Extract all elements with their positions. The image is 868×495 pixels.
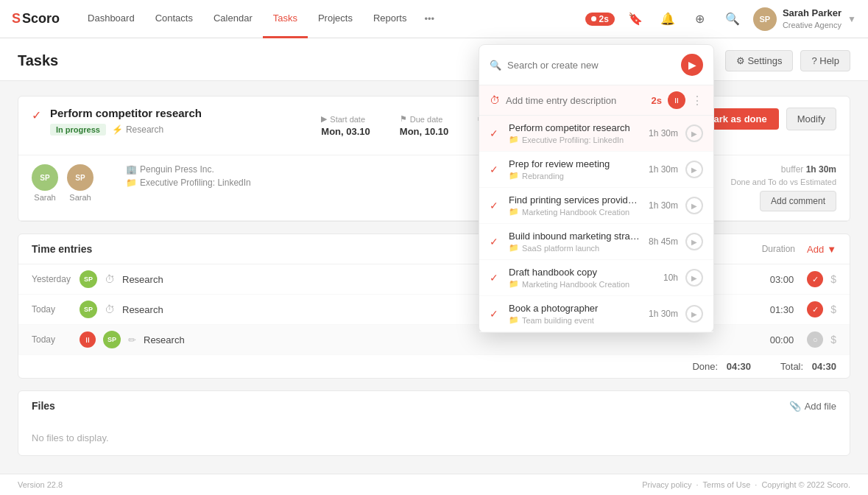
task-assignees: SP Sarah SP Sarah — [32, 164, 93, 202]
metadata-text: Created: 14.09.2022 14:14 SP | Modified:… — [18, 468, 850, 474]
check-icon: ✓ — [490, 127, 501, 139]
dropdown-play-button[interactable]: ▶ — [685, 124, 703, 142]
dropdown-play-button[interactable]: ▶ — [685, 233, 703, 250]
time-entry-duration: 00:00 — [770, 334, 794, 345]
nav-calendar[interactable]: Calendar — [203, 0, 263, 38]
copyright-text: Copyright © 2022 Scoro. — [761, 480, 850, 489]
start-date-block: ▶ Start date Mon, 03.10 — [321, 107, 370, 144]
footer-version: Version 22.8 — [18, 480, 63, 489]
nav-tasks[interactable]: Tasks — [263, 0, 308, 38]
terms-link[interactable]: Terms of Use — [703, 480, 751, 489]
dropdown-item-sub: 📁 Executive Profiling: LinkedIn — [509, 135, 641, 144]
buffer-sublabel: Done and To do vs Estimated — [731, 178, 837, 186]
dropdown-item-sub: 📁 SaaS platform launch — [509, 243, 641, 253]
duration-label: Duration — [762, 244, 795, 254]
task-check-icon[interactable]: ✓ — [32, 108, 41, 122]
nav-projects[interactable]: Projects — [308, 0, 363, 38]
timer-pause-button[interactable]: ⏸ — [668, 91, 685, 109]
avatar: SP — [753, 7, 777, 31]
time-entry-done-button[interactable]: ✓ — [807, 271, 823, 287]
dropdown-item-sub: 📁 Team building event — [509, 315, 641, 325]
nav-dashboard[interactable]: Dashboard — [77, 0, 145, 38]
dropdown-item[interactable]: ✓ Build inbound marketing strategy 📁 Saa… — [479, 224, 713, 260]
bell-icon[interactable]: 🔔 — [656, 7, 680, 31]
time-entries-section: Time entries Duration Add ▼ Yesterday SP… — [18, 234, 850, 379]
modify-button[interactable]: Modify — [786, 108, 836, 130]
dropdown-item[interactable]: ✓ Draft handbook copy 📁 Marketing Handbo… — [479, 260, 713, 296]
dropdown-item-duration: 8h 45m — [649, 236, 678, 247]
dropdown-item[interactable]: ✓ Book a photographer 📁 Team building ev… — [479, 296, 713, 332]
dropdown-item-duration: 1h 30m — [649, 200, 678, 211]
search-input[interactable] — [507, 60, 675, 71]
task-badges: In progress ⚡ Research — [50, 124, 299, 136]
time-entry-done-button[interactable]: ✓ — [807, 301, 823, 317]
check-icon: ✓ — [490, 164, 501, 175]
project-label: 📁 Executive Profiling: LinkedIn — [126, 178, 251, 188]
page: Tasks ⚙ Settings ? Help ✓ Perform compet… — [0, 38, 868, 495]
check-icon: ✓ — [490, 200, 501, 211]
files-section: Files 📎 Add file No files to display. — [18, 390, 850, 456]
dollar-icon[interactable]: $ — [830, 273, 836, 285]
time-entry-duration: 03:00 — [770, 274, 794, 285]
dollar-icon[interactable]: $ — [830, 303, 836, 315]
time-entry-day: Today — [32, 334, 72, 345]
flag-icon: ⚑ — [400, 114, 407, 124]
nav-more[interactable]: ••• — [417, 0, 442, 38]
timer-dot — [591, 16, 596, 21]
dropdown-search-bar: 🔍 ▶ — [479, 45, 713, 85]
dropdown-item-sub: 📁 Rebranding — [509, 171, 641, 180]
app-logo[interactable]: SScoro — [12, 11, 60, 27]
nav-reports[interactable]: Reports — [363, 0, 417, 38]
header-actions: ⚙ Settings ? Help — [725, 50, 850, 80]
dropdown-item-content: Build inbound marketing strategy 📁 SaaS … — [509, 231, 641, 253]
user-company: Creative Agency — [783, 20, 841, 30]
assignee-sarah-1: SP Sarah — [32, 164, 58, 202]
time-entry-pause-button[interactable]: ⏸ — [80, 331, 96, 348]
no-files-label: No files to display. — [18, 421, 850, 455]
footer-links: Privacy policy · Terms of Use · Copyrigh… — [642, 480, 850, 489]
user-area[interactable]: SP Sarah Parker Creative Agency ▼ — [753, 7, 856, 31]
search-submit-button[interactable]: ▶ — [681, 54, 703, 76]
dropdown-play-button[interactable]: ▶ — [685, 269, 703, 287]
dropdown-item-duration: 10h — [663, 273, 678, 283]
page-footer: Version 22.8 Privacy policy · Terms of U… — [0, 474, 868, 495]
dollar-icon[interactable]: $ — [830, 334, 836, 345]
dropdown-play-button[interactable]: ▶ — [685, 305, 703, 323]
dropdown-item-content: Draft handbook copy 📁 Marketing Handbook… — [509, 267, 656, 289]
search-icon: 🔍 — [490, 60, 501, 71]
nav-contacts[interactable]: Contacts — [145, 0, 203, 38]
help-button[interactable]: ? Help — [800, 50, 850, 71]
time-entry-avatar: SP — [103, 331, 121, 348]
plus-icon[interactable]: ⊕ — [688, 7, 712, 31]
search-dropdown: 🔍 ▶ ⏱ 2s ⏸ ⋮ ✓ Perform competitor resear… — [479, 44, 714, 333]
dropdown-play-button[interactable]: ▶ — [685, 161, 703, 178]
settings-button[interactable]: ⚙ Settings — [725, 50, 794, 71]
timer-more-button[interactable]: ⋮ — [691, 94, 703, 108]
dropdown-item-sub: 📁 Marketing Handbook Creation — [509, 279, 656, 289]
dropdown-item-title: Draft handbook copy — [509, 267, 656, 278]
privacy-link[interactable]: Privacy policy — [642, 480, 691, 489]
dropdown-item-content: Prep for review meeting 📁 Rebranding — [509, 158, 641, 180]
add-file-button[interactable]: 📎 Add file — [789, 401, 836, 412]
help-icon: ? — [811, 55, 816, 66]
folder-icon: 📁 — [509, 171, 519, 180]
timer-description-input[interactable] — [506, 95, 646, 106]
task-card-header: ✓ Perform competitor research In progres… — [18, 96, 850, 155]
search-icon[interactable]: 🔍 — [721, 7, 744, 31]
dropdown-item[interactable]: ✓ Perform competitor research 📁 Executiv… — [479, 116, 713, 152]
status-badge: In progress — [50, 124, 106, 136]
dropdown-play-button[interactable]: ▶ — [685, 197, 703, 214]
bookmark-icon[interactable]: 🔖 — [624, 7, 647, 31]
add-comment-button[interactable]: Add comment — [760, 191, 836, 211]
time-entry-complete-button[interactable]: ○ — [807, 331, 823, 348]
check-icon: ✓ — [490, 308, 501, 320]
dropdown-item-content: Find printing services provider for ... … — [509, 194, 641, 217]
edit-icon[interactable]: ✏ — [128, 334, 136, 345]
assignee-name-2: Sarah — [67, 193, 93, 202]
dropdown-item[interactable]: ✓ Prep for review meeting 📁 Rebranding 1… — [479, 152, 713, 188]
add-time-entry-button[interactable]: Add ▼ — [807, 244, 836, 255]
timer-badge[interactable]: 2s — [585, 13, 615, 26]
time-entries-summary: Done: 04:30 Total: 04:30 — [18, 355, 850, 378]
dropdown-item[interactable]: ✓ Find printing services provider for ..… — [479, 188, 713, 224]
due-date-value: Mon, 10.10 — [400, 126, 448, 137]
